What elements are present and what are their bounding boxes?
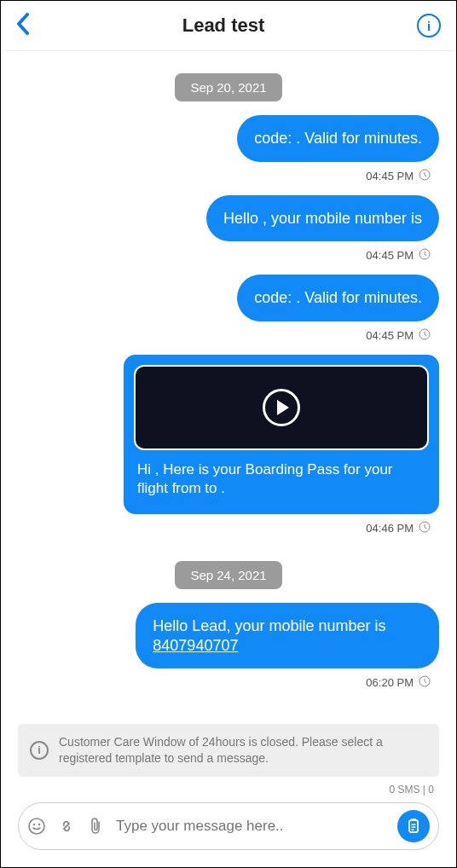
back-button[interactable] <box>16 13 30 38</box>
svg-point-5 <box>29 819 44 834</box>
message-out: code: . Valid for minutes. 04:45 PM <box>18 115 439 190</box>
message-time: 04:45 PM <box>366 170 414 182</box>
svg-point-7 <box>38 824 40 825</box>
message-text-prefix: Hello Lead, your mobile number is <box>153 617 385 634</box>
attach-button[interactable] <box>87 817 104 836</box>
header: Lead test i <box>1 1 456 51</box>
sms-counter: 0 SMS | 0 <box>18 784 439 796</box>
clock-icon <box>419 248 431 263</box>
message-meta: 06:20 PM <box>366 675 431 690</box>
clock-icon <box>419 328 431 343</box>
info-icon: i <box>30 741 49 760</box>
message-bubble[interactable]: Hello , your mobile number is <box>206 195 439 242</box>
svg-rect-8 <box>409 820 418 832</box>
info-button[interactable]: i <box>417 14 441 38</box>
message-time: 04:45 PM <box>366 249 414 262</box>
message-bubble[interactable]: Hello Lead, your mobile number is 840794… <box>136 603 439 668</box>
clock-icon <box>419 675 431 690</box>
message-time: 04:45 PM <box>366 329 414 342</box>
message-out: code: . Valid for minutes. 04:45 PM <box>18 275 439 350</box>
message-time: 06:20 PM <box>366 676 414 689</box>
message-out: Hello Lead, your mobile number is 840794… <box>18 603 439 697</box>
chat-screen: Lead test i Sep 20, 2021 code: . Valid f… <box>0 0 457 868</box>
message-bubble[interactable]: code: . Valid for minutes. <box>237 115 439 162</box>
message-composer <box>18 802 439 850</box>
date-separator: Sep 20, 2021 <box>18 73 439 101</box>
message-out: Hi , Here is your Boarding Pass for your… <box>18 355 439 543</box>
link-button[interactable] <box>58 818 75 835</box>
message-meta: 04:45 PM <box>366 248 431 263</box>
template-button[interactable] <box>397 810 430 842</box>
message-meta: 04:46 PM <box>366 521 431 535</box>
message-time: 04:46 PM <box>366 522 414 535</box>
phone-link[interactable]: 8407940707 <box>153 637 238 654</box>
play-icon <box>263 389 300 426</box>
date-separator: Sep 24, 2021 <box>18 561 439 589</box>
notice-text: Customer Care Window of 24hours is close… <box>59 734 427 767</box>
media-message[interactable]: Hi , Here is your Boarding Pass for your… <box>124 355 439 515</box>
date-label: Sep 20, 2021 <box>175 73 281 101</box>
video-thumbnail[interactable] <box>134 365 429 450</box>
message-meta: 04:45 PM <box>366 328 431 343</box>
notice-banner: i Customer Care Window of 24hours is clo… <box>18 724 439 777</box>
svg-point-6 <box>33 824 35 825</box>
clock-icon <box>419 169 431 183</box>
message-text: Hi , Here is your Boarding Pass for your… <box>134 460 429 505</box>
message-bubble[interactable]: code: . Valid for minutes. <box>237 275 439 321</box>
message-input[interactable] <box>116 818 385 835</box>
chat-messages: Sep 20, 2021 code: . Valid for minutes. … <box>1 51 456 724</box>
emoji-button[interactable] <box>27 817 46 836</box>
footer: i Customer Care Window of 24hours is clo… <box>1 724 456 867</box>
date-label: Sep 24, 2021 <box>175 561 281 589</box>
message-meta: 04:45 PM <box>366 169 431 183</box>
clock-icon <box>419 521 431 535</box>
page-title: Lead test <box>182 14 265 37</box>
message-out: Hello , your mobile number is 04:45 PM <box>18 195 439 270</box>
